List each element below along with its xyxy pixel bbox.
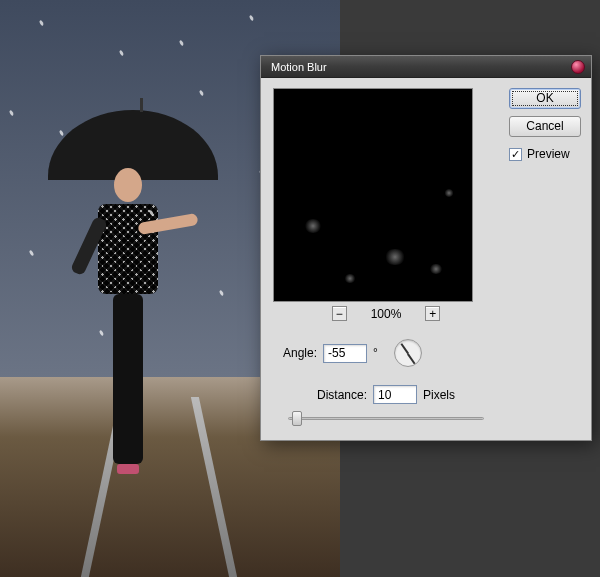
angle-unit: ° [373,346,378,360]
minus-icon: − [336,308,343,320]
zoom-percent: 100% [371,307,402,321]
close-icon[interactable] [571,60,585,74]
distance-unit: Pixels [423,388,455,402]
preview-checkbox[interactable]: ✓ [509,148,522,161]
zoom-in-button[interactable]: + [425,306,440,321]
angle-input[interactable] [323,344,367,363]
ok-button[interactable]: OK [509,88,581,109]
slider-thumb[interactable] [292,411,302,426]
distance-label: Distance: [317,388,367,402]
distance-input[interactable] [373,385,417,404]
dialog-titlebar[interactable]: Motion Blur [261,56,591,78]
filter-preview[interactable] [273,88,473,302]
motion-blur-dialog: Motion Blur − 100% + Angle: ° [260,55,592,441]
plus-icon: + [429,308,436,320]
zoom-out-button[interactable]: − [332,306,347,321]
dialog-title: Motion Blur [271,61,327,73]
preview-label: Preview [527,147,570,161]
cancel-button[interactable]: Cancel [509,116,581,137]
angle-label: Angle: [283,346,317,360]
distance-slider[interactable] [288,410,484,426]
angle-dial[interactable] [394,339,422,367]
